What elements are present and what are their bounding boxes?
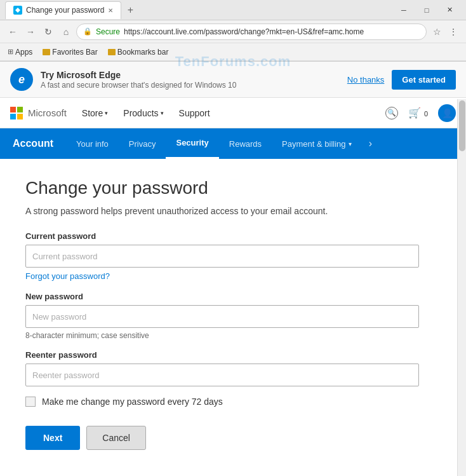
new-password-input[interactable]: [25, 305, 419, 328]
title-bar: Change your password ✕ + ─ □ ✕: [0, 0, 466, 20]
nav-actions: ☆ ⋮: [429, 24, 461, 39]
edge-banner: e Try Microsoft Edge A fast and secure b…: [0, 62, 466, 98]
ms-nav-store[interactable]: Store ▾: [82, 108, 108, 118]
refresh-button[interactable]: ↻: [41, 24, 56, 39]
avatar-icon: 👤: [442, 108, 453, 118]
password-hint: 8-character minimum; case sensitive: [25, 331, 441, 340]
next-button[interactable]: Next: [25, 426, 80, 450]
browser-tab[interactable]: Change your password ✕: [5, 1, 121, 19]
favorites-button[interactable]: ☆: [429, 24, 444, 39]
secure-label: Secure: [96, 27, 120, 36]
get-started-button[interactable]: Get started: [392, 70, 456, 90]
minimize-button[interactable]: ─: [392, 1, 415, 19]
nav-more-button[interactable]: ›: [362, 128, 380, 159]
account-nav-items: Your info Privacy Security Rewards Payme…: [66, 128, 362, 159]
forward-button[interactable]: →: [23, 24, 38, 39]
apps-label: Apps: [15, 48, 32, 57]
main-content: Change your password A strong password h…: [0, 159, 466, 469]
current-password-label: Current password: [25, 231, 441, 241]
new-password-label: New password: [25, 292, 441, 301]
ms-square-yellow: [17, 114, 23, 119]
scrollbar-thumb[interactable]: [459, 100, 465, 151]
search-icon: 🔍: [387, 109, 396, 117]
cancel-button[interactable]: Cancel: [86, 426, 146, 450]
ms-nav: Microsoft Store ▾ Products ▾ Support 🔍 🛒…: [0, 98, 466, 128]
nav-bar: ← → ↻ ⌂ 🔒 Secure https://account.live.co…: [0, 20, 466, 43]
maximize-button[interactable]: □: [415, 1, 438, 19]
nav-your-info[interactable]: Your info: [66, 128, 119, 159]
tab-favicon: [13, 6, 22, 15]
cart-button[interactable]: 🛒 0: [408, 107, 428, 119]
new-password-section: New password 8-character minimum; case s…: [25, 292, 441, 340]
forgot-password-link[interactable]: Forgot your password?: [25, 271, 110, 281]
nav-rewards[interactable]: Rewards: [219, 128, 272, 159]
reenter-password-input[interactable]: [25, 364, 419, 386]
account-nav-label: Account: [0, 128, 66, 159]
payment-chevron-icon: ▾: [349, 140, 352, 147]
ms-logo-squares: [10, 107, 23, 119]
tab-bar: Change your password ✕ +: [5, 1, 139, 19]
current-password-section: Current password Forgot your password?: [25, 231, 441, 282]
tab-close-button[interactable]: ✕: [108, 7, 113, 14]
home-button[interactable]: ⌂: [58, 24, 74, 39]
edge-banner-subtitle: A fast and secure browser that's designe…: [41, 81, 340, 90]
no-thanks-link[interactable]: No thanks: [347, 75, 385, 85]
favorites-label: Favorites Bar: [52, 48, 97, 57]
account-nav: Account Your info Privacy Security Rewar…: [0, 128, 466, 159]
change-password-checkbox[interactable]: [25, 397, 36, 407]
search-button[interactable]: 🔍: [385, 107, 398, 119]
store-chevron-icon: ▾: [105, 110, 108, 116]
address-text: https://account.live.com/password/change…: [124, 27, 420, 36]
payment-label: Payment & billing: [282, 139, 345, 149]
scrollbar[interactable]: [457, 99, 466, 476]
ms-square-green: [17, 107, 23, 112]
user-avatar[interactable]: 👤: [438, 104, 456, 122]
ms-nav-right: 🔍 🛒 0 👤: [385, 104, 456, 122]
new-tab-button[interactable]: +: [121, 1, 139, 19]
nav-payment[interactable]: Payment & billing ▾: [272, 128, 361, 159]
bookmarks-label: Bookmarks bar: [117, 48, 169, 57]
close-button[interactable]: ✕: [438, 1, 461, 19]
page-title: Change your password: [25, 178, 441, 198]
folder-icon: [43, 49, 50, 55]
favorites-bookmark[interactable]: Favorites Bar: [40, 46, 100, 58]
reenter-password-section: Reenter password: [25, 350, 441, 386]
bookmarks-bar-item[interactable]: Bookmarks bar: [105, 46, 171, 58]
button-row: Next Cancel: [25, 426, 441, 450]
cart-count: 0: [424, 110, 428, 118]
address-bar[interactable]: 🔒 Secure https://account.live.com/passwo…: [76, 24, 427, 40]
ms-square-blue: [10, 114, 16, 119]
edge-banner-title: Try Microsoft Edge: [41, 70, 340, 80]
edge-text: Try Microsoft Edge A fast and secure bro…: [41, 70, 340, 90]
tab-title: Change your password: [26, 6, 104, 15]
ms-nav-support[interactable]: Support: [179, 108, 210, 118]
edge-logo: e: [10, 68, 33, 91]
products-chevron-icon: ▾: [161, 110, 164, 116]
back-button[interactable]: ←: [5, 24, 20, 39]
nav-privacy[interactable]: Privacy: [119, 128, 166, 159]
folder-icon-2: [108, 49, 116, 55]
reenter-password-label: Reenter password: [25, 350, 441, 360]
ms-square-red: [10, 107, 16, 112]
browser-chrome: Change your password ✕ + ─ □ ✕ ← → ↻ ⌂ 🔒: [0, 0, 466, 62]
menu-button[interactable]: ⋮: [446, 24, 461, 39]
secure-icon: 🔒: [83, 27, 92, 36]
edge-actions: No thanks Get started: [347, 70, 456, 90]
bookmarks-bar: ⊞ Apps Favorites Bar Bookmarks bar: [0, 43, 466, 61]
checkbox-row: Make me change my password every 72 days: [25, 397, 441, 407]
current-password-input[interactable]: [25, 245, 419, 268]
page-wrapper: Change your password ✕ + ─ □ ✕ ← → ↻ ⌂ 🔒: [0, 0, 466, 476]
ms-logo[interactable]: Microsoft: [10, 107, 67, 119]
ms-logo-text: Microsoft: [28, 107, 67, 118]
page-description: A strong password helps prevent unauthor…: [25, 206, 441, 216]
apps-bookmark[interactable]: ⊞ Apps: [5, 46, 35, 58]
checkbox-label: Make me change my password every 72 days: [42, 397, 223, 407]
ms-nav-products[interactable]: Products ▾: [123, 108, 163, 118]
nav-security[interactable]: Security: [166, 128, 218, 159]
